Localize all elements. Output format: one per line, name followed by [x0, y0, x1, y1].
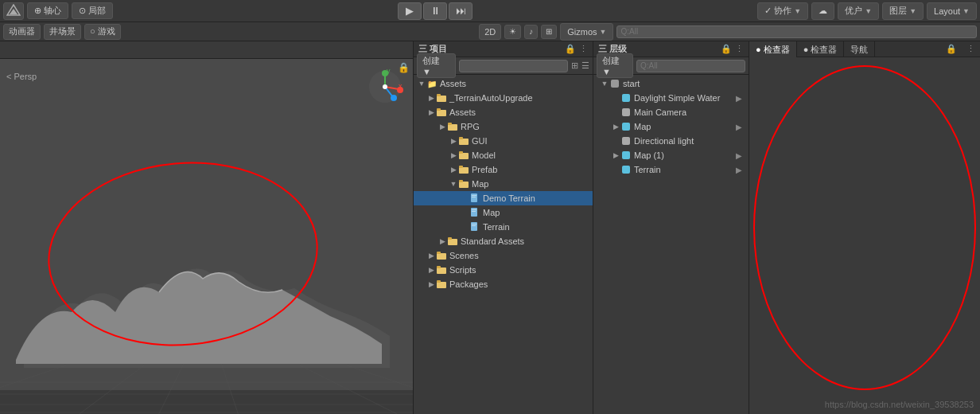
project-sort-icon[interactable]: ⊞ [571, 61, 578, 71]
tab-navigation[interactable]: 导航 [844, 41, 875, 57]
hierarchy-item-label: Directional light [634, 136, 694, 146]
project-lock-icon[interactable]: 🔒 [565, 44, 576, 54]
svg-rect-39 [472, 197, 476, 197]
cloud-btn[interactable]: ☁ [811, 2, 834, 20]
local-btn[interactable]: ⊙ 局部 [72, 2, 113, 19]
svg-rect-59 [622, 151, 630, 159]
tree-item-label: _TerrainAutoUpgrade [449, 93, 533, 103]
tree-item-label: Model [472, 150, 496, 160]
hierarchy-tree-item[interactable]: Directional light [593, 134, 749, 148]
hierarchy-search[interactable] [636, 60, 745, 72]
tree-arrow: ▶ [426, 280, 436, 288]
file-icon [469, 207, 480, 218]
project-tree-item[interactable]: ▼Map [414, 177, 593, 191]
scene-lock-icon[interactable]: 🔒 [398, 62, 410, 73]
tree-arrow: ▶ [438, 237, 447, 245]
tree-item-label: Scripts [449, 265, 476, 275]
assets-root-folder-icon: 📁 [426, 78, 438, 89]
animator-btn[interactable]: 动画器 [3, 24, 41, 40]
hierarchy-panel: 三 层级 🔒 ⋮ 创建▼ ▼start Daylight Simple Wate… [593, 41, 749, 414]
camera-icon [620, 107, 632, 118]
hierarchy-menu-icon[interactable]: ⋮ [735, 44, 744, 54]
layers-btn[interactable]: 图层 ▼ [882, 2, 924, 20]
project-toolbar: 创建 ▼ ⊞ ☰ [414, 57, 593, 75]
project-tree-item[interactable]: Map [414, 205, 593, 220]
project-tree-item[interactable]: ▶Assets [414, 105, 593, 119]
gizmos-btn[interactable]: Gizmos ▼ [560, 23, 613, 41]
pause-button[interactable]: ⏸ [423, 2, 447, 20]
game-btn[interactable]: ○ 游戏 [84, 24, 121, 40]
file-icon [469, 193, 480, 204]
project-tree-item[interactable]: ▶RPG [414, 119, 593, 134]
project-tree-item[interactable]: ▶Scripts [414, 263, 593, 277]
scene-view[interactable]: y x < Persp 🔒 [0, 41, 414, 414]
scene-search[interactable] [616, 25, 977, 38]
hierarchy-tree-item[interactable]: ▼start [593, 76, 749, 91]
hierarchy-tree-item[interactable]: ▶Map (1)▶ [593, 148, 749, 162]
project-tree-item[interactable]: Demo Terrain [414, 191, 593, 205]
inspector-menu-icon[interactable]: ⋮ [962, 44, 980, 54]
tree-item-label: Terrain [483, 222, 510, 232]
hierarchy-tree-item[interactable]: Daylight Simple Water▶ [593, 91, 749, 105]
hierarchy-tree-item[interactable]: ▶Map▶ [593, 119, 749, 134]
inspector-content: https://blog.csdn.net/weixin_39538253 [749, 57, 980, 414]
right-arrow-icon: ▶ [736, 123, 745, 131]
svg-rect-44 [472, 224, 476, 225]
hierarchy-tree-item[interactable]: Main Camera [593, 105, 749, 119]
project-tree-item[interactable]: ▶Prefab [414, 162, 593, 177]
collab-btn[interactable]: ✓ 协作 ▼ [757, 2, 808, 20]
svg-rect-40 [471, 208, 477, 217]
tab-inspector1[interactable]: ● 检查器 [749, 41, 797, 57]
layout-btn[interactable]: Layout ▼ [927, 2, 977, 20]
svg-rect-35 [459, 182, 469, 188]
project-tree-item[interactable]: ▶_TerrainAutoUpgrade [414, 91, 593, 105]
svg-rect-25 [437, 110, 446, 116]
scene-canvas[interactable]: y x < Persp 🔒 [0, 59, 413, 414]
project-tree-item[interactable]: ▶Scenes [414, 248, 593, 263]
inspector-lock-icon[interactable]: 🔒 [941, 44, 962, 54]
lighting-btn[interactable]: ☀ [504, 25, 521, 39]
project-filter-icon[interactable]: ☰ [581, 61, 589, 71]
tab-inspector2[interactable]: ● 检查器 [797, 41, 845, 57]
svg-rect-48 [437, 253, 446, 260]
folder-icon [447, 236, 458, 247]
project-tree-item[interactable]: Terrain [414, 220, 593, 234]
scene-btn[interactable]: 井场景 [44, 24, 81, 40]
svg-rect-2 [0, 390, 413, 414]
account-btn[interactable]: 优户 ▼ [838, 2, 879, 20]
water-icon [620, 92, 632, 104]
effects-btn[interactable]: ⊞ [541, 25, 557, 39]
hierarchy-tree-item[interactable]: Terrain▶ [593, 162, 749, 177]
tree-item-label: Packages [449, 279, 488, 289]
svg-rect-45 [472, 225, 476, 226]
tree-item-label: Map [483, 208, 500, 217]
project-menu-icon[interactable]: ⋮ [579, 44, 588, 54]
folder-icon [436, 264, 447, 275]
hierarchy-toolbar: 创建▼ [593, 57, 749, 75]
tree-arrow: ▼ [449, 180, 458, 188]
play-button[interactable]: ▶ [398, 2, 422, 20]
project-tree-item[interactable]: ▶GUI [414, 134, 593, 148]
assets-root-item[interactable]: ▼ 📁 Assets [414, 76, 593, 91]
project-tree-item[interactable]: ▶Standard Assets [414, 234, 593, 248]
tree-arrow: ▶ [449, 137, 458, 145]
main-area: y x < Persp 🔒 [0, 41, 980, 414]
hierarchy-item-label: Daylight Simple Water [634, 93, 720, 103]
project-search[interactable] [459, 60, 568, 72]
tree-item-label: RPG [461, 122, 480, 131]
second-bar: 动画器 井场景 ○ 游戏 2D ☀ ♪ ⊞ Gizmos ▼ [0, 22, 980, 41]
hierarchy-lock-icon[interactable]: 🔒 [721, 44, 732, 54]
tree-item-label: Map [472, 179, 488, 189]
2d-btn[interactable]: 2D [479, 24, 501, 40]
svg-rect-47 [448, 237, 452, 240]
folder-icon [458, 150, 469, 161]
project-tree-item[interactable]: ▶Model [414, 148, 593, 162]
audio-btn[interactable]: ♪ [524, 25, 538, 39]
svg-rect-33 [459, 167, 469, 174]
top-right-buttons: ✓ 协作 ▼ ☁ 优户 ▼ 图层 ▼ Layout ▼ [757, 2, 977, 20]
account-arrow: ▼ [865, 7, 872, 15]
step-button[interactable]: ⏭ [449, 2, 472, 20]
pivot-btn[interactable]: ⊕ 轴心 [27, 2, 68, 19]
project-tree-item[interactable]: ▶Packages [414, 277, 593, 291]
hierarchy-arrow: ▶ [611, 151, 620, 159]
